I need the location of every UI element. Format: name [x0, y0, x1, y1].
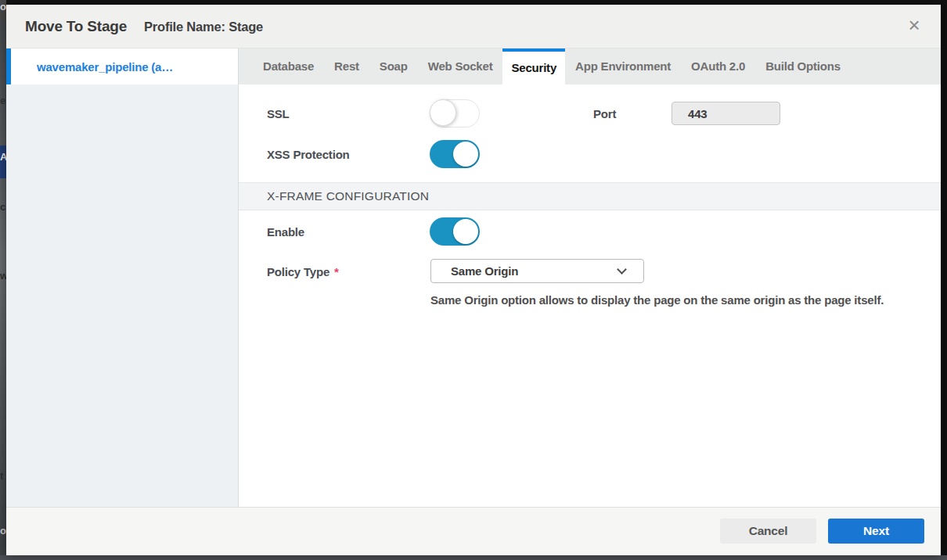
xss-protection-label: XSS Protection — [267, 148, 430, 161]
policy-type-label: Policy Type * — [267, 265, 430, 278]
next-button[interactable]: Next — [828, 519, 924, 544]
policy-type-label-text: Policy Type — [267, 265, 329, 278]
toggle-knob — [453, 142, 478, 167]
background-page-edge: oeAcwto — [0, 0, 6, 560]
policy-help-text: Same Origin option allows to display the… — [430, 293, 884, 307]
tab-web-socket[interactable]: Web Socket — [418, 48, 503, 84]
xframe-enable-row: Enable — [239, 217, 941, 246]
cancel-button[interactable]: Cancel — [720, 519, 816, 544]
background-text-fragment: e — [0, 95, 5, 106]
dialog-top-row: wavemaker_pipeline (a… Database Rest Soa… — [6, 48, 941, 84]
background-text-fragment: t — [0, 471, 3, 482]
screen: oeAcwto Move To Stage Profile Name: Stag… — [0, 0, 947, 560]
tab-app-environment[interactable]: App Environment — [565, 48, 681, 84]
sidebar-item-wavemaker-pipeline[interactable]: wavemaker_pipeline (a… — [6, 48, 239, 84]
dialog-header: Move To Stage Profile Name: Stage × — [6, 5, 941, 48]
tab-soap[interactable]: Soap — [369, 48, 418, 84]
close-icon[interactable]: × — [902, 13, 927, 38]
profile-name-label: Profile Name: Stage — [144, 20, 263, 34]
ssl-row: SSL Port — [239, 99, 941, 128]
xss-protection-toggle[interactable] — [430, 140, 480, 168]
background-right-edge — [941, 0, 947, 555]
xframe-configuration-heading: X-FRAME CONFIGURATION — [239, 182, 941, 210]
sidebar-item-label: wavemaker_pipeline (a… — [37, 60, 173, 74]
background-bottom-edge — [0, 555, 947, 560]
background-text-fragment: c — [0, 202, 5, 213]
required-asterisk: * — [334, 265, 339, 278]
enable-label: Enable — [267, 225, 430, 239]
tab-security[interactable]: Security — [502, 48, 565, 84]
policy-type-select-wrap: Same Origin — [430, 259, 644, 283]
dialog-title: Move To Stage — [25, 18, 127, 35]
xss-protection-row: XSS Protection — [239, 139, 941, 169]
background-text-fragment: o — [0, 2, 6, 13]
sidebar-panel — [6, 84, 239, 507]
ssl-label: SSL — [267, 107, 430, 120]
enable-toggle[interactable] — [430, 217, 480, 246]
tab-oauth-2-0[interactable]: OAuth 2.0 — [681, 48, 755, 84]
toggle-knob — [453, 219, 478, 244]
tab-rest[interactable]: Rest — [324, 48, 369, 84]
tab-database[interactable]: Database — [253, 48, 324, 84]
toggle-knob — [430, 99, 456, 126]
security-tab-content: SSL Port XSS Protection X-FRAME CONFIGUR… — [239, 84, 941, 507]
background-text-fragment: A — [0, 152, 6, 163]
move-to-stage-dialog: Move To Stage Profile Name: Stage × wave… — [6, 5, 941, 555]
port-input[interactable] — [672, 102, 780, 125]
tab-build-options[interactable]: Build Options — [755, 48, 851, 84]
dialog-footer: Cancel Next — [6, 507, 941, 555]
tab-bar: Database Rest Soap Web Socket Security A… — [239, 48, 941, 84]
policy-type-select[interactable]: Same Origin — [430, 259, 644, 283]
background-text-fragment: w — [0, 271, 6, 282]
ssl-toggle[interactable] — [430, 99, 480, 127]
port-label: Port — [593, 107, 616, 120]
policy-type-row: Policy Type * Same Origin — [239, 257, 941, 286]
background-text-fragment: o — [0, 526, 6, 537]
